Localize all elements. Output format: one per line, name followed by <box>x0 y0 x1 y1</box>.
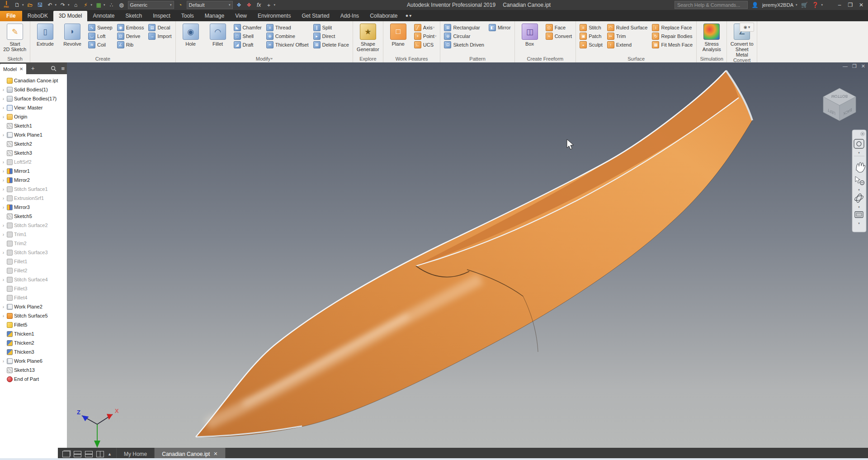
open-file-icon[interactable]: 🗁 <box>27 1 34 9</box>
tree-item-work-plane2[interactable]: ›Work Plane2 <box>0 302 67 311</box>
undo-icon[interactable]: ↶ <box>47 1 54 9</box>
update-icon[interactable]: ⚡ <box>82 1 90 9</box>
ribbon-button-mirror[interactable]: ◧Mirror <box>487 23 513 32</box>
ribbon-button-delete-face[interactable]: ⊠Delete Face <box>311 40 351 49</box>
doc-close-button[interactable]: ✕ <box>861 64 865 69</box>
component-icon[interactable]: ∴ <box>108 1 115 9</box>
tree-item-fillet2[interactable]: Fillet2 <box>0 266 67 275</box>
dropdown-arrow-icon[interactable]: ▾ <box>25 48 27 52</box>
material-combo[interactable]: Generic▾ <box>128 1 174 9</box>
tree-item-stitch-surface2[interactable]: ›Stitch Surface2 <box>0 221 67 230</box>
ribbon-button-stress-analysis[interactable]: StressAnalysis <box>698 23 725 52</box>
ribbon-group-label-sketch[interactable]: Sketch <box>0 55 30 62</box>
expand-arrow-icon[interactable]: › <box>1 304 5 309</box>
dropdown-arrow-icon[interactable]: ▾ <box>533 43 534 46</box>
ribbon-button-axis[interactable]: ╱Axis▾ <box>412 23 439 32</box>
navigation-bar[interactable]: ▾ ▾ ▾ ▾ <box>852 130 866 232</box>
orbit-dropdown[interactable]: ▾ <box>858 205 860 209</box>
expand-arrow-icon[interactable]: › <box>1 187 5 192</box>
update-dropdown[interactable]: ▾ <box>91 3 93 7</box>
cart-icon[interactable]: 🛒 <box>801 1 808 9</box>
ribbon-button-loft[interactable]: ◡Loft <box>86 32 114 40</box>
ribbon-group-label-create-freeform[interactable]: Create Freeform <box>515 55 576 62</box>
navbar-close-icon[interactable] <box>861 132 865 136</box>
expand-arrow-icon[interactable]: › <box>1 105 5 110</box>
ribbon-button-hole[interactable]: ◉Hole <box>178 23 204 47</box>
ribbon-button-thread[interactable]: ≡Thread <box>264 23 311 32</box>
ribbon-button-plane[interactable]: □Plane▾ <box>385 23 411 47</box>
dropdown-arrow-icon[interactable]: ▾ <box>435 34 437 38</box>
clear-appearance-icon[interactable]: ❖ <box>245 1 253 9</box>
expand-arrow-icon[interactable]: › <box>1 96 5 101</box>
ribbon-button-ruled-surface[interactable]: ◠Ruled Surface <box>605 23 650 32</box>
redo-dropdown[interactable]: ▾ <box>68 3 70 7</box>
tree-item-trim2[interactable]: Trim2 <box>0 239 67 248</box>
ribbon-button-rectangular[interactable]: ⊞Rectangular <box>442 23 486 32</box>
menu-tab-file[interactable]: File <box>0 11 22 21</box>
ribbon-button-fillet[interactable]: ◠Fillet <box>205 23 231 47</box>
tree-item-work-plane6[interactable]: ›Work Plane6 <box>0 356 67 365</box>
expand-arrow-icon[interactable]: › <box>1 205 5 210</box>
undo-dropdown[interactable]: ▾ <box>55 3 57 7</box>
ribbon-button-start-2d-sketch[interactable]: ✎Start2D Sketch▾ <box>2 23 28 53</box>
tile-windows-icon[interactable] <box>74 451 81 457</box>
doc-minimize-button[interactable]: — <box>843 64 848 69</box>
material-dropdown-arrow[interactable]: ▾ <box>104 3 105 7</box>
tree-item-loftsrf2[interactable]: ›LoftSrf2 <box>0 157 67 166</box>
ribbon-group-label-modify[interactable]: Modify▾ <box>176 55 353 62</box>
menu-tab-3d-model[interactable]: 3D Model <box>53 11 87 21</box>
tree-item-end-of-part[interactable]: End of Part <box>0 375 67 384</box>
ribbon-button-extend[interactable]: ↑Extend <box>605 40 650 49</box>
expand-arrow-icon[interactable]: › <box>1 87 5 92</box>
ribbon-button-convert[interactable]: ≈Convert <box>544 32 574 40</box>
ribbon-button-sculpt[interactable]: ◒Sculpt <box>578 40 604 49</box>
ribbon-button-thicken-offset[interactable]: ≍Thicken/ Offset <box>264 40 311 49</box>
expand-arrow-icon[interactable]: › <box>1 196 5 201</box>
close-button[interactable]: ✕ <box>856 1 866 9</box>
tree-item-sketch3[interactable]: Sketch3 <box>0 148 67 157</box>
expand-arrow-icon[interactable]: › <box>1 114 5 119</box>
menu-tab-sketch[interactable]: Sketch <box>120 11 147 21</box>
tree-item-fillet5[interactable]: Fillet5 <box>0 320 67 329</box>
tree-item-thicken3[interactable]: Thicken3 <box>0 347 67 356</box>
cascade-windows-icon[interactable] <box>62 451 70 457</box>
ribbon-button-direct[interactable]: ▸Direct <box>311 32 351 40</box>
ribbon-button-ucs[interactable]: ∟UCS <box>412 40 439 49</box>
ribbon-group-label-create[interactable]: Create <box>30 55 175 62</box>
ribbon-button-trim[interactable]: ✂Trim <box>605 32 650 40</box>
ribbon-button-combine[interactable]: ⊕Combine <box>264 32 311 40</box>
ribbon-button-chamfer[interactable]: ◣Chamfer <box>232 23 264 32</box>
ribbon-button-circular[interactable]: ⊚Circular <box>442 32 486 40</box>
home-icon[interactable]: ⌂ <box>72 1 80 9</box>
ribbon-appearance-dropdown[interactable]: ◉▾ <box>740 23 754 32</box>
help-dropdown[interactable]: ▾ <box>821 3 823 7</box>
expand-bar-icon[interactable]: ▲ <box>108 452 112 456</box>
doc-restore-button[interactable]: ❐ <box>852 64 857 69</box>
new-file-dropdown[interactable]: ▾ <box>22 3 24 7</box>
ribbon-button-import[interactable]: →Import <box>146 32 173 40</box>
new-file-icon[interactable]: 🗋 <box>14 1 21 9</box>
tree-item-solid-bodies-1[interactable]: ›Solid Bodies(1) <box>0 85 67 94</box>
ribbon-group-label-pattern[interactable]: Pattern <box>440 55 514 62</box>
expand-arrow-icon[interactable]: › <box>1 223 5 228</box>
expand-arrow-icon[interactable]: › <box>1 313 5 318</box>
tree-item-mirror2[interactable]: ›Mirror2 <box>0 175 67 185</box>
menu-tab-robodk[interactable]: RoboDK <box>22 11 53 21</box>
tree-item-fillet4[interactable]: Fillet4 <box>0 293 67 302</box>
appearance-sphere-icon[interactable]: ◍ <box>118 1 125 9</box>
zoom-dropdown[interactable]: ▾ <box>858 188 860 191</box>
arrange-horizontal-icon[interactable] <box>85 451 93 457</box>
ribbon-group-label-explore[interactable]: Explore <box>353 55 383 62</box>
menu-tab-manage[interactable]: Manage <box>199 11 230 21</box>
viewcube-face-bottom[interactable]: BOTTOM <box>831 94 848 99</box>
appearance-combo[interactable]: Default▾ <box>187 1 233 9</box>
dropdown-arrow-icon[interactable]: ▾ <box>403 43 405 46</box>
ribbon-button-repair-bodies[interactable]: ↻Repair Bodies <box>650 32 694 40</box>
menu-tab-environments[interactable]: Environments <box>252 11 296 21</box>
ribbon-group-label-work-features[interactable]: Work Features <box>383 55 440 62</box>
ribbon-button-shell[interactable]: □Shell <box>232 32 264 40</box>
ribbon-button-shape-generator[interactable]: ★ShapeGenerator <box>355 23 381 52</box>
menu-tab-get-started[interactable]: Get Started <box>296 11 335 21</box>
ribbon-button-rib[interactable]: ∠Rib <box>115 40 146 49</box>
menu-tabs-overflow-icon[interactable]: ⏺ ▾ <box>403 11 415 21</box>
